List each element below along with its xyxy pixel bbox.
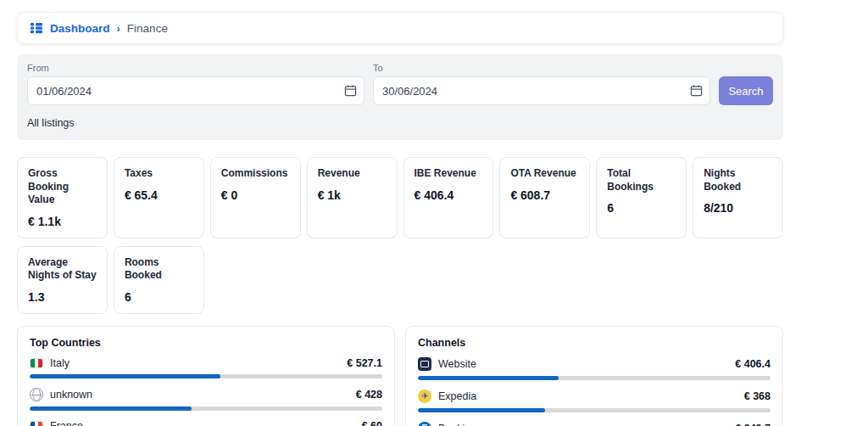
channel-icon <box>418 357 431 371</box>
stat-label: Nights Booked <box>704 167 772 193</box>
stat-label: Taxes <box>125 167 193 181</box>
calendar-icon[interactable] <box>690 84 703 97</box>
to-label: To <box>373 63 710 73</box>
stat-label: Average Nights of Stay <box>28 256 97 283</box>
stat-value: 1.3 <box>28 290 97 304</box>
progress-track <box>418 408 771 412</box>
breadcrumb-separator-icon: › <box>117 22 120 35</box>
progress-fill <box>30 374 220 378</box>
filter-panel: From To <box>17 54 783 140</box>
channel-value: € 240.7 <box>735 423 771 426</box>
panel-title: Top Countries <box>30 337 382 349</box>
stats-grid-row2: Average Nights of Stay 1.3 Rooms Booked … <box>17 246 783 314</box>
stat-label: Revenue <box>318 167 387 181</box>
progress-fill <box>418 408 545 412</box>
stat-value: € 608.7 <box>510 188 579 202</box>
bottom-panels: Top Countries Italy € 527.1 <box>17 326 783 426</box>
channel-value: € 368 <box>744 390 771 402</box>
dashboard-grid-icon <box>30 21 43 35</box>
channel-icon <box>418 422 431 426</box>
page-container: Dashboard › Finance From <box>17 0 783 426</box>
countries-list: Italy € 527.1 unknown € 428 <box>30 357 382 426</box>
country-flag-icon <box>30 421 43 426</box>
country-value: € 527.1 <box>347 357 382 369</box>
channels-list: Website € 406.4 Expedia € 368 <box>418 357 771 426</box>
country-row: unknown € 428 <box>30 388 382 411</box>
stat-label: Commissions <box>221 167 290 181</box>
stat-label: IBE Revenue <box>415 167 483 181</box>
stat-card: Total Bookings 6 <box>596 157 687 238</box>
stat-value: € 65.4 <box>125 188 193 202</box>
stat-label: OTA Revenue <box>510 167 579 181</box>
top-countries-panel: Top Countries Italy € 527.1 <box>17 326 395 426</box>
all-listings-filter[interactable]: All listings <box>27 117 75 129</box>
country-row: France € 60 <box>30 420 382 426</box>
channel-name: Expedia <box>438 390 476 402</box>
stat-label: Total Bookings <box>607 167 676 193</box>
stat-value: € 406.4 <box>415 188 483 202</box>
progress-track <box>30 374 382 378</box>
stat-card: Nights Booked 8/210 <box>693 157 783 238</box>
to-date-group: To <box>373 63 710 105</box>
country-flag-icon <box>30 388 43 401</box>
stat-value: € 0 <box>221 188 290 202</box>
channel-row: Booking.com € 240.7 <box>418 422 771 426</box>
stat-label: Gross Booking Value <box>28 167 97 207</box>
stats-grid-row1: Gross Booking Value € 1.1k Taxes € 65.4 … <box>17 157 783 238</box>
country-value: € 60 <box>362 420 382 426</box>
country-value: € 428 <box>356 389 382 401</box>
channel-icon <box>418 390 431 403</box>
breadcrumb: Dashboard › Finance <box>17 12 783 44</box>
stat-value: 6 <box>125 290 193 304</box>
search-button[interactable]: Search <box>719 76 773 105</box>
stat-card: OTA Revenue € 608.7 <box>499 157 590 238</box>
progress-fill <box>418 376 559 380</box>
channel-name: Website <box>438 358 476 370</box>
country-name: unknown <box>50 389 92 401</box>
channel-row: Website € 406.4 <box>418 357 771 380</box>
stat-value: 8/210 <box>704 201 772 215</box>
stat-value: € 1.1k <box>28 215 97 228</box>
channel-row: Expedia € 368 <box>418 390 771 412</box>
from-label: From <box>27 63 364 73</box>
country-name: Italy <box>50 357 70 369</box>
country-name: France <box>50 420 83 426</box>
stat-card: Revenue € 1k <box>307 157 398 238</box>
stat-card: Gross Booking Value € 1.1k <box>17 157 108 238</box>
from-date-group: From <box>27 63 364 105</box>
channel-name: Booking.com <box>438 423 499 426</box>
stat-card: Rooms Booked 6 <box>114 246 204 314</box>
stat-card: IBE Revenue € 406.4 <box>403 157 494 238</box>
stat-card: Commissions € 0 <box>210 157 301 238</box>
stat-card: Average Nights of Stay 1.3 <box>17 246 108 314</box>
channels-panel: Channels Website € 406.4 <box>405 326 783 426</box>
from-date-input[interactable] <box>27 76 364 105</box>
panel-title: Channels <box>418 337 771 349</box>
breadcrumb-current: Finance <box>127 22 168 35</box>
country-row: Italy € 527.1 <box>30 357 382 378</box>
progress-track <box>30 406 382 411</box>
stat-value: 6 <box>607 201 676 215</box>
progress-track <box>418 376 771 380</box>
channel-value: € 406.4 <box>735 358 771 370</box>
breadcrumb-dashboard-link[interactable]: Dashboard <box>50 22 110 35</box>
progress-fill <box>30 406 192 411</box>
calendar-icon[interactable] <box>344 84 357 97</box>
to-date-input[interactable] <box>373 76 710 105</box>
stat-value: € 1k <box>318 188 387 202</box>
stat-card: Taxes € 65.4 <box>114 157 204 238</box>
country-flag-icon <box>30 358 43 368</box>
stat-label: Rooms Booked <box>125 256 193 283</box>
